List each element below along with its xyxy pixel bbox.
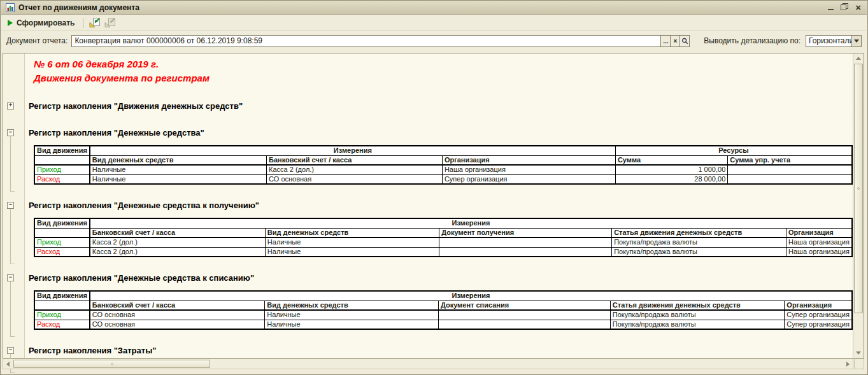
movement-type-cell: Расход — [34, 320, 90, 329]
scroll-down-button[interactable] — [853, 348, 864, 358]
bar-chart-icon — [6, 3, 15, 12]
table-cell: Супер организация — [442, 174, 615, 184]
table-cell: Наша организация — [786, 247, 853, 257]
collapse-group-box[interactable]: − — [7, 202, 14, 209]
table-cell: СО основная — [90, 310, 265, 320]
column-header: Вид движения — [34, 291, 90, 301]
table-cell: СО основная — [267, 174, 443, 184]
table-row: ПриходНаличныеКасса 2 (дол.)Наша организ… — [34, 165, 852, 174]
report-title-line1: № 6 от 06 декабря 2019 г. — [34, 57, 853, 71]
thumb-grip — [857, 187, 860, 190]
detail-select-arrow[interactable] — [851, 36, 861, 46]
column-header: Вид движения — [34, 218, 90, 228]
group-connector-line — [10, 281, 15, 337]
report-output-disabled-button — [104, 17, 117, 29]
expand-group-box[interactable]: + — [7, 103, 14, 110]
section-heading: Регистр накопления "Движения денежных ср… — [29, 101, 853, 112]
table-cell: Наличные — [265, 247, 439, 257]
table-row: ПриходСО основнаяНаличныеПокупка/продажа… — [34, 310, 852, 320]
play-triangle-icon — [8, 20, 13, 26]
column-header: Документ списания — [438, 301, 610, 310]
choose-button[interactable]: ... — [660, 36, 670, 46]
scroll-left-button[interactable] — [3, 359, 13, 369]
table-cell — [439, 237, 612, 247]
filter-row: Документ отчета: Конвертация валют 00000… — [1, 31, 867, 51]
section-heading: Регистр накопления "Затраты" — [29, 345, 853, 357]
table-row: РасходНаличныеСО основнаяСупер организац… — [34, 174, 852, 184]
column-header: Статья движения денежных средств — [610, 301, 785, 310]
vertical-scrollbar[interactable] — [853, 53, 864, 358]
document-with-arrow-disabled-icon — [104, 17, 116, 28]
column-header: Сумма — [615, 155, 727, 165]
vertical-scroll-thumb[interactable] — [854, 64, 863, 313]
detail-select-value: Горизонтали — [806, 36, 851, 45]
movement-type-cell: Расход — [34, 174, 90, 184]
movement-type-cell: Приход — [34, 237, 90, 247]
column-header — [34, 155, 90, 165]
movement-type-cell: Расход — [34, 247, 90, 257]
report-content: № 6 от 06 декабря 2019 г. Движения докум… — [24, 53, 853, 358]
document-field[interactable]: Конвертация валют 000000006 от 06.12.201… — [71, 35, 690, 47]
thumb-grip — [111, 363, 113, 365]
table-cell: Наличные — [90, 174, 267, 184]
toolbar-separator — [83, 18, 83, 28]
scroll-up-icon — [856, 57, 861, 60]
table-cell: Касса 2 (дол.) — [90, 247, 265, 257]
column-header: Банковский счет / касса — [267, 155, 443, 165]
report-window: Отчет по движениям документа × Сформиров… — [0, 0, 868, 375]
table-cell — [438, 320, 610, 329]
horizontal-scrollbar[interactable] — [3, 358, 853, 369]
find-button[interactable] — [679, 36, 689, 46]
scroll-right-button[interactable] — [843, 359, 853, 369]
generate-button[interactable]: Сформировать — [4, 17, 78, 29]
report-area: +−−−− № 6 от 06 декабря 2019 г. Движения… — [3, 53, 864, 358]
report-title-line2: Движения документа по регистрам — [34, 71, 853, 85]
column-header: Организация — [442, 155, 615, 165]
table-cell: Супер организация — [785, 320, 852, 329]
table-cell: Наличные — [265, 310, 439, 320]
window-title: Отчет по движениям документа — [18, 3, 824, 12]
table-cell — [728, 165, 852, 174]
register-table: Вид движенияИзмеренияБанковский счет / к… — [34, 290, 853, 330]
column-header: Организация — [785, 301, 852, 310]
toolbar: Сформировать — [1, 15, 867, 31]
table-cell: 28 000,00 — [615, 174, 727, 184]
scroll-right-icon — [846, 362, 850, 367]
report-output-button[interactable] — [89, 17, 101, 29]
group-connector-line — [10, 136, 15, 192]
column-header: Измерения — [90, 146, 616, 155]
table-cell: Наша организация — [786, 237, 853, 247]
table-cell: Касса 2 (дол.) — [267, 165, 443, 174]
table-cell: Покупка/продажа валюты — [610, 320, 785, 329]
column-header: Измерения — [90, 218, 852, 228]
horizontal-scroll-thumb[interactable] — [13, 360, 210, 368]
collapse-group-box[interactable]: − — [7, 347, 14, 354]
clear-button[interactable]: × — [670, 36, 679, 46]
table-cell: Наличные — [90, 165, 267, 174]
minimize-button[interactable] — [828, 3, 834, 12]
table-cell: Покупка/продажа валюты — [610, 310, 785, 320]
document-with-arrow-icon — [89, 17, 101, 28]
title-bar: Отчет по движениям документа × — [1, 1, 867, 15]
grouping-gutter: +−−−− — [3, 53, 25, 358]
table-cell — [438, 310, 610, 320]
table-cell: Покупка/продажа валюты — [612, 247, 786, 257]
column-header: Банковский счет / касса — [90, 228, 265, 237]
movement-type-cell: Приход — [34, 310, 90, 320]
table-cell: Касса 2 (дол.) — [90, 237, 265, 247]
movement-type-cell: Приход — [34, 165, 90, 174]
table-cell — [728, 174, 852, 184]
detail-select[interactable]: Горизонтали — [806, 35, 862, 47]
close-button[interactable]: × — [855, 4, 861, 11]
scroll-up-button[interactable] — [853, 53, 864, 63]
column-header: Организация — [786, 228, 853, 237]
column-header: Вид денежных средств — [265, 301, 439, 310]
restore-icon — [841, 3, 848, 10]
table-cell: Наличные — [265, 237, 439, 247]
table-row: ПриходКасса 2 (дол.)НаличныеПокупка/прод… — [34, 237, 852, 247]
collapse-group-box[interactable]: − — [7, 274, 14, 281]
restore-button[interactable] — [841, 3, 848, 12]
minimize-icon — [828, 3, 834, 10]
document-field-value: Конвертация валют 000000006 от 06.12.201… — [72, 36, 660, 45]
collapse-group-box[interactable]: − — [7, 129, 14, 136]
